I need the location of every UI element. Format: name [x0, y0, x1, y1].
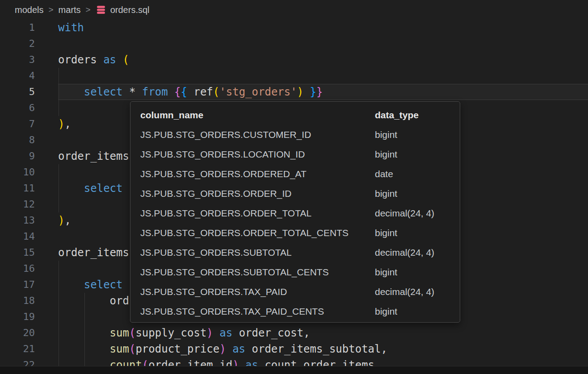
code-token: ,	[303, 327, 310, 339]
breadcrumb-item-file[interactable]: orders.sql	[96, 4, 150, 15]
code-token: order_items	[58, 246, 129, 259]
code-token	[187, 86, 193, 98]
code-token: select	[84, 86, 123, 98]
column-row: JS.PUB.STG_ORDERS.ORDERED_ATdate	[130, 164, 460, 184]
data-type-cell: decimal(24, 4)	[375, 282, 460, 302]
breadcrumb-file-name: orders.sql	[110, 5, 150, 15]
column-name-cell: JS.PUB.STG_ORDERS.ORDERED_AT	[140, 164, 375, 184]
line-number[interactable]: 17	[0, 277, 35, 293]
code-token: sum	[110, 343, 129, 355]
line-number[interactable]: 10	[0, 164, 35, 180]
column-row: JS.PUB.STG_ORDERS.TAX_PAID_CENTSbigint	[130, 302, 460, 321]
code-token	[58, 182, 84, 195]
indent-guide	[59, 164, 59, 212]
popup-header-row: column_name data_type	[130, 105, 460, 125]
column-row: JS.PUB.STG_ORDERS.ORDER_IDbigint	[130, 184, 460, 204]
indent-guide	[84, 293, 85, 366]
data-type-cell: bigint	[375, 184, 460, 204]
code-token: product_price	[135, 343, 219, 355]
code-token	[135, 86, 142, 98]
code-token: 'stg_orders'	[219, 86, 297, 98]
code-token: count_order_items	[265, 359, 374, 366]
line-number[interactable]: 13	[0, 212, 35, 229]
code-token	[239, 359, 245, 366]
code-token	[58, 327, 110, 339]
code-line: 21 sum(product_price) as order_items_sub…	[0, 341, 588, 357]
code-line-content[interactable]	[58, 68, 588, 84]
code-line: 22 count(order_item_id) as count_order_i…	[0, 357, 588, 366]
code-token: with	[58, 21, 84, 34]
code-token: count	[110, 359, 142, 366]
code-line-content[interactable]: select * from {{ ref('stg_orders') }}	[58, 84, 588, 100]
code-token: order_items	[58, 150, 129, 162]
data-type-cell: date	[375, 164, 460, 184]
code-token: ord	[110, 295, 129, 307]
data-type-cell: decimal(24, 4)	[375, 243, 460, 262]
column-name-cell: JS.PUB.STG_ORDERS.ORDER_ID	[140, 184, 375, 204]
line-number[interactable]: 18	[0, 293, 35, 309]
code-token: order_items_subtotal	[252, 343, 381, 355]
line-number[interactable]: 21	[0, 341, 35, 357]
column-info-popup: column_name data_type JS.PUB.STG_ORDERS.…	[130, 101, 460, 323]
line-number[interactable]: 8	[0, 132, 35, 148]
column-row: JS.PUB.STG_ORDERS.SUBTOTAL_CENTSbigint	[130, 262, 460, 282]
code-line: 20 sum(supply_cost) as order_cost,	[0, 325, 588, 341]
column-row: JS.PUB.STG_ORDERS.TAX_PAIDdecimal(24, 4)	[130, 282, 460, 302]
code-token: ref	[193, 86, 213, 98]
data-type-cell: bigint	[375, 302, 460, 321]
code-token	[213, 327, 219, 339]
line-number[interactable]: 11	[0, 180, 35, 196]
breadcrumb: models > marts > orders.sql	[0, 0, 588, 20]
data-type-cell: decimal(24, 4)	[375, 204, 460, 223]
column-name-cell: JS.PUB.STG_ORDERS.SUBTOTAL_CENTS	[140, 262, 375, 282]
line-number[interactable]: 1	[0, 20, 35, 36]
code-line-content[interactable]: orders as (	[58, 52, 588, 68]
line-number[interactable]: 4	[0, 68, 35, 84]
code-token	[232, 327, 239, 339]
data-type-cell: bigint	[375, 223, 460, 243]
line-number[interactable]: 19	[0, 309, 35, 325]
column-name-cell: JS.PUB.STG_ORDERS.LOCATION_ID	[140, 145, 375, 164]
breadcrumb-item-marts[interactable]: marts	[59, 5, 81, 15]
column-name-cell: JS.PUB.STG_ORDERS.ORDER_TOTAL_CENTS	[140, 223, 375, 243]
line-number[interactable]: 22	[0, 357, 35, 366]
line-number[interactable]: 5	[0, 84, 35, 100]
column-row: JS.PUB.STG_ORDERS.ORDER_TOTALdecimal(24,…	[130, 204, 460, 223]
popup-header-column-name: column_name	[140, 105, 375, 125]
data-type-cell: bigint	[375, 262, 460, 282]
code-token	[116, 54, 122, 66]
code-token: (	[123, 54, 129, 66]
code-token: )	[232, 359, 239, 366]
code-token: }	[316, 86, 323, 98]
line-number[interactable]: 6	[0, 100, 35, 116]
code-token: )	[206, 327, 213, 339]
line-number[interactable]: 9	[0, 148, 35, 164]
code-line-content[interactable]: with	[58, 20, 588, 36]
line-number[interactable]: 2	[0, 36, 35, 52]
code-token: {	[181, 86, 187, 98]
line-number[interactable]: 7	[0, 116, 35, 132]
code-line-content[interactable]: count(order_item_id) as count_order_item…	[58, 357, 588, 366]
code-line-content[interactable]: sum(product_price) as order_items_subtot…	[58, 341, 588, 357]
column-name-cell: JS.PUB.STG_ORDERS.TAX_PAID	[140, 282, 375, 302]
line-number[interactable]: 14	[0, 229, 35, 245]
code-token: )	[219, 343, 226, 355]
line-number[interactable]: 3	[0, 52, 35, 68]
column-name-cell: JS.PUB.STG_ORDERS.SUBTOTAL	[140, 243, 375, 262]
data-type-cell: bigint	[375, 125, 460, 145]
code-line: 5 select * from {{ ref('stg_orders') }}	[0, 84, 588, 100]
code-line-content[interactable]: sum(supply_cost) as order_cost,	[58, 325, 588, 341]
panel-divider	[0, 366, 588, 374]
line-number[interactable]: 15	[0, 245, 35, 261]
line-number[interactable]: 20	[0, 325, 35, 341]
code-token: )	[58, 118, 64, 130]
code-line-content[interactable]	[58, 36, 588, 52]
code-token	[97, 54, 103, 66]
breadcrumb-item-models[interactable]: models	[15, 5, 43, 15]
code-token	[245, 343, 252, 355]
code-token	[303, 86, 310, 98]
code-line: 3orders as (	[0, 52, 588, 68]
code-token: (	[129, 327, 135, 339]
line-number[interactable]: 12	[0, 196, 35, 212]
line-number[interactable]: 16	[0, 261, 35, 277]
